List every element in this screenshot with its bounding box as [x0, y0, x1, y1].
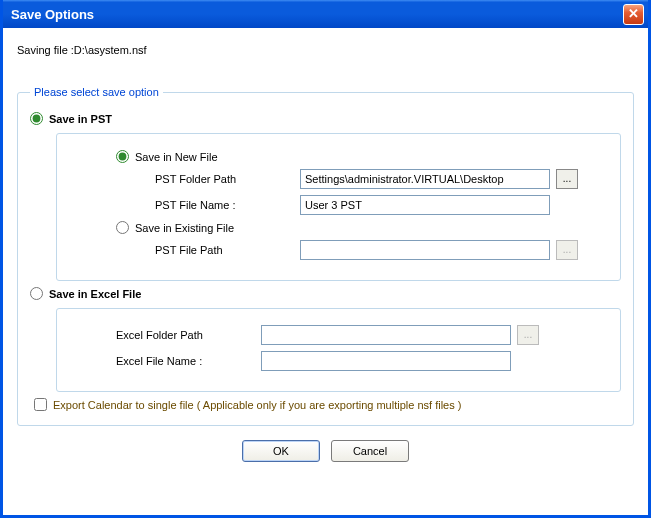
save-existing-file-option[interactable]: Save in Existing File	[116, 221, 606, 234]
excel-options-box: Excel Folder Path ... Excel File Name :	[56, 308, 621, 392]
save-new-file-option[interactable]: Save in New File	[116, 150, 606, 163]
save-in-pst-radio[interactable]	[30, 112, 43, 125]
excel-file-name-label: Excel File Name :	[116, 355, 261, 367]
pst-file-path-label: PST File Path	[155, 244, 300, 256]
save-option-group: Please select save option Save in PST Sa…	[17, 86, 634, 426]
pst-options-box: Save in New File PST Folder Path ... PST…	[56, 133, 621, 281]
pst-folder-path-input[interactable]	[300, 169, 550, 189]
save-existing-file-label: Save in Existing File	[135, 222, 234, 234]
window-title: Save Options	[11, 7, 94, 22]
dialog-button-row: OK Cancel	[17, 440, 634, 462]
excel-folder-browse-button: ...	[517, 325, 539, 345]
ok-button[interactable]: OK	[242, 440, 320, 462]
close-button[interactable]: ✕	[623, 4, 644, 25]
save-in-excel-radio[interactable]	[30, 287, 43, 300]
cancel-button[interactable]: Cancel	[331, 440, 409, 462]
saving-file-status: Saving file :D:\asystem.nsf	[17, 44, 634, 56]
pst-folder-browse-button[interactable]: ...	[556, 169, 578, 189]
pst-file-name-label: PST File Name :	[155, 199, 300, 211]
pst-folder-path-label: PST Folder Path	[155, 173, 300, 185]
save-in-excel-label: Save in Excel File	[49, 288, 141, 300]
save-in-excel-option[interactable]: Save in Excel File	[30, 287, 621, 300]
save-options-dialog: Save Options ✕ Saving file :D:\asystem.n…	[0, 0, 651, 518]
save-new-file-label: Save in New File	[135, 151, 218, 163]
titlebar: Save Options ✕	[3, 0, 648, 28]
save-in-pst-option[interactable]: Save in PST	[30, 112, 621, 125]
excel-file-name-input	[261, 351, 511, 371]
group-legend: Please select save option	[30, 86, 163, 98]
excel-folder-path-label: Excel Folder Path	[116, 329, 261, 341]
pst-file-path-input	[300, 240, 550, 260]
excel-folder-path-input	[261, 325, 511, 345]
dialog-content: Saving file :D:\asystem.nsf Please selec…	[3, 28, 648, 472]
save-in-pst-label: Save in PST	[49, 113, 112, 125]
pst-file-path-browse-button: ...	[556, 240, 578, 260]
export-calendar-label: Export Calendar to single file ( Applica…	[53, 399, 461, 411]
export-calendar-row[interactable]: Export Calendar to single file ( Applica…	[34, 398, 621, 411]
save-existing-file-radio[interactable]	[116, 221, 129, 234]
export-calendar-checkbox[interactable]	[34, 398, 47, 411]
pst-file-name-input[interactable]	[300, 195, 550, 215]
save-new-file-radio[interactable]	[116, 150, 129, 163]
